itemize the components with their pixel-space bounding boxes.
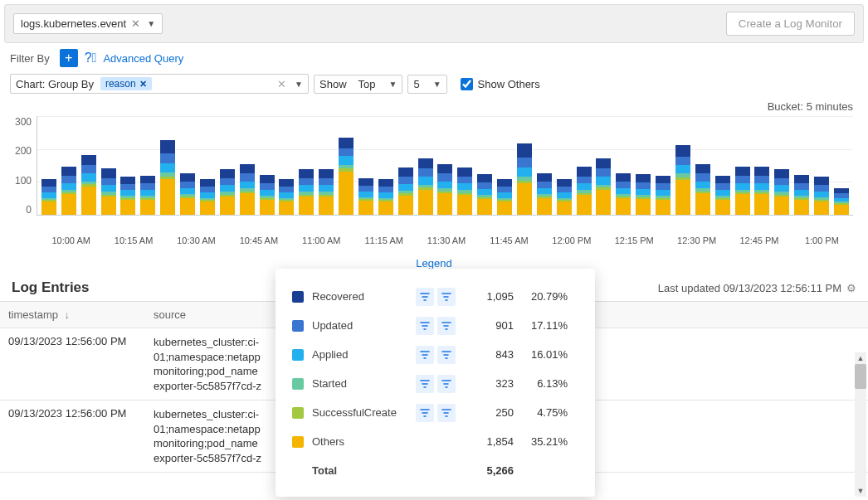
bar[interactable] [577,167,592,215]
chevron-down-icon[interactable]: ▼ [295,80,303,89]
scroll-up-icon[interactable]: ▲ [855,352,866,364]
scrollbar-thumb[interactable] [855,364,866,389]
bar[interactable] [279,179,294,215]
show-others-checkbox[interactable]: Show Others [461,78,540,90]
bar[interactable] [596,158,611,215]
bar[interactable] [735,167,750,215]
scroll-down-icon[interactable]: ▼ [855,485,866,497]
show-others-label: Show Others [478,78,540,90]
legend-total-label: Total [312,464,407,477]
chevron-down-icon[interactable]: ▼ [433,80,441,89]
bar[interactable] [675,145,690,215]
log-source-select[interactable]: logs.kubernetes.event ✕ ▼ [13,13,163,34]
bar[interactable] [477,174,492,215]
filter-exclude-icon[interactable] [437,317,456,335]
bar[interactable] [557,179,572,215]
log-source-name: logs.kubernetes.event [21,17,126,30]
bar[interactable] [81,155,96,215]
bar[interactable] [160,140,175,215]
bar[interactable] [200,179,215,215]
bar[interactable] [319,169,334,215]
bar[interactable] [457,167,472,215]
bar[interactable] [120,177,135,215]
bar[interactable] [774,169,789,215]
bar[interactable] [636,174,651,215]
bar[interactable] [715,176,730,215]
legend-count: 901 [464,319,514,332]
col-timestamp[interactable]: timestamp ↓ [0,302,145,328]
clear-icon[interactable]: ✕ [277,78,286,90]
bar[interactable] [358,178,373,215]
swatch-icon [292,291,304,303]
bar[interactable] [695,164,710,215]
legend-count: 843 [464,348,514,361]
swatch-icon [292,320,304,332]
bar[interactable] [101,168,116,215]
chip-label: reason [105,78,136,90]
bar[interactable] [140,176,155,215]
bar[interactable] [378,179,393,215]
legend-pct: 17.11% [522,319,568,332]
bar[interactable] [537,173,552,215]
cell-timestamp: 09/13/2023 12:56:00 PM [0,400,145,472]
close-icon[interactable]: ✕ [131,17,140,30]
bar[interactable] [794,175,809,215]
bar[interactable] [41,179,56,215]
chevron-down-icon[interactable]: ▼ [389,80,397,89]
bar[interactable] [398,167,413,215]
bar[interactable] [180,173,195,215]
bar[interactable] [616,173,631,215]
groupby-input[interactable]: Chart: Group By reason ✕ ✕ ▼ [10,74,309,94]
bar[interactable] [754,167,769,215]
legend-link[interactable]: Legend [0,257,868,269]
bar[interactable] [834,188,849,215]
show-label: Show [319,78,347,90]
last-updated-text: Last updated 09/13/2023 12:56:11 PM [658,282,841,294]
advanced-query-link[interactable]: Advanced Query [103,52,183,65]
bar[interactable] [260,175,275,215]
bar[interactable] [220,169,235,215]
chart: 3002001000 [0,116,868,232]
bar[interactable] [517,143,532,215]
bar[interactable] [656,176,671,215]
show-select[interactable]: Show Top ▼ [314,75,402,94]
help-icon[interactable]: ?⃝ [85,51,97,66]
x-axis: 10:00 AM10:15 AM10:30 AM10:45 AM11:00 AM… [0,232,868,245]
legend-count: 323 [464,377,514,390]
bar[interactable] [418,158,433,215]
filter-exclude-icon[interactable] [437,288,456,306]
filter-exclude-icon[interactable] [437,346,456,364]
bar[interactable] [299,169,314,215]
bar[interactable] [437,164,452,215]
bar[interactable] [240,164,255,215]
count-value: 5 [413,78,419,90]
bar[interactable] [339,138,354,215]
filter-include-icon[interactable] [416,317,434,335]
show-others-input[interactable] [461,78,473,90]
scrollbar[interactable]: ▲ ▼ [855,352,866,497]
gear-icon[interactable]: ⚙ [846,282,856,294]
legend-total-value: 5,266 [464,464,514,477]
groupby-chip[interactable]: reason ✕ [100,77,152,90]
groupby-label: Chart: Group By [16,78,94,90]
chevron-down-icon[interactable]: ▼ [147,19,155,28]
legend-name: Others [312,435,407,448]
count-select[interactable]: 5 ▼ [407,75,446,94]
filter-exclude-icon[interactable] [437,404,456,422]
filter-include-icon[interactable] [416,346,434,364]
filter-include-icon[interactable] [416,288,434,306]
filter-exclude-icon[interactable] [437,375,456,393]
create-monitor-button[interactable]: Create a Log Monitor [726,12,855,36]
legend-row: Started 323 6.13% [292,369,578,398]
bar[interactable] [814,177,829,215]
filter-include-icon[interactable] [416,375,434,393]
filter-by-label: Filter By [10,52,53,65]
legend-row: Updated 901 17.11% [292,311,578,340]
close-icon[interactable]: ✕ [139,79,147,90]
filter-include-icon[interactable] [416,404,434,422]
add-filter-button[interactable]: + [60,49,78,67]
bar[interactable] [61,167,76,215]
sort-desc-icon[interactable]: ↓ [65,308,71,321]
bar[interactable] [497,179,512,215]
groupby-row: Chart: Group By reason ✕ ✕ ▼ Show Top ▼ … [0,74,868,100]
